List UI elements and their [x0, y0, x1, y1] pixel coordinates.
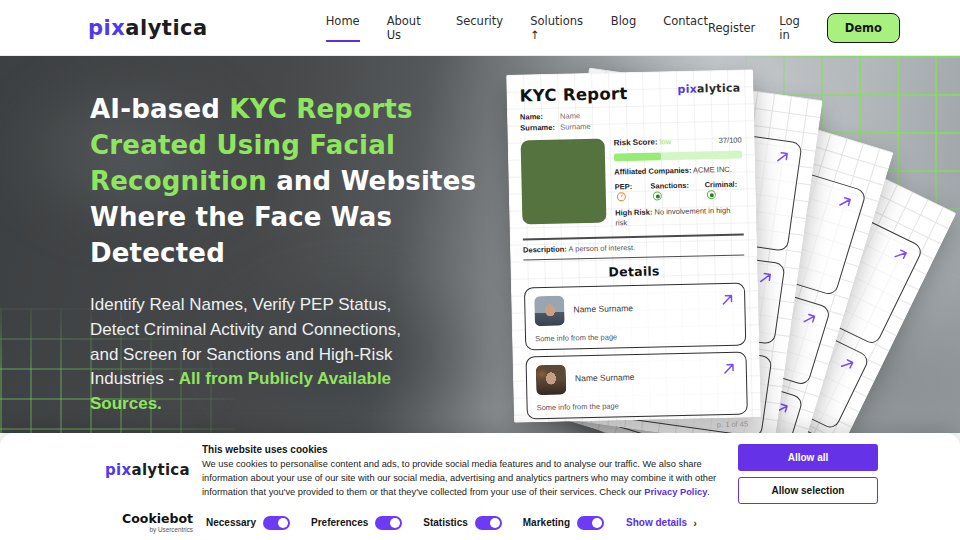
risk-score-bar	[614, 150, 742, 161]
nav-item-security[interactable]: Security	[456, 14, 503, 42]
chevron-right-icon: ›	[693, 517, 697, 529]
allow-selection-button[interactable]: Allow selection	[738, 477, 878, 504]
allow-all-button[interactable]: Allow all	[738, 444, 878, 471]
hero-section: AI-based KYC Reports Created Using Facia…	[0, 56, 960, 433]
pep-status-icon	[617, 192, 626, 201]
privacy-policy-link[interactable]: Privacy Policy	[644, 487, 707, 497]
main-nav: Home About Us Security Solutions ↑ Blog …	[326, 14, 708, 42]
detail-info: Some info from the page	[537, 402, 619, 413]
external-link-icon[interactable]	[720, 292, 735, 307]
nav-item-home[interactable]: Home	[326, 14, 360, 42]
cookie-body: We use cookies to personalise content an…	[202, 458, 724, 500]
nav-item-blog[interactable]: Blog	[611, 14, 636, 42]
risk-bar-fill	[614, 152, 662, 161]
high-risk-label: High Risk:	[615, 207, 652, 217]
cookie-consent-banner: pixalytica This website uses cookies We …	[0, 433, 960, 540]
toggle-switch[interactable]	[475, 516, 502, 530]
hero-subtitle: Identify Real Names, Verify PEP Status, …	[90, 293, 430, 416]
toggle-switch[interactable]	[263, 516, 290, 530]
toggle-necessary[interactable]: Necessary	[206, 516, 290, 530]
external-link-icon	[838, 354, 858, 374]
brand-logo[interactable]: pixalytica	[88, 16, 208, 40]
nav-item-about-us[interactable]: About Us	[387, 14, 429, 42]
name-value: Name	[560, 111, 580, 120]
login-link[interactable]: Log in	[779, 14, 802, 42]
register-link[interactable]: Register	[708, 21, 755, 35]
cookie-toggles: Necessary Preferences Statistics Marketi…	[206, 516, 604, 530]
surname-value: Surname	[560, 122, 591, 132]
affiliated-label: Affiliated Companies:	[614, 165, 691, 176]
description-value: A person of interest.	[568, 243, 635, 254]
cookiebot-logo: Cookiebot by Usercentrics	[105, 513, 193, 533]
external-link-icon	[800, 309, 819, 328]
nav-item-solutions[interactable]: Solutions ↑	[530, 14, 584, 42]
criminal-status-icon	[707, 190, 716, 199]
external-link-icon[interactable]	[722, 361, 737, 376]
cookie-title: This website uses cookies	[202, 444, 724, 455]
external-link-icon	[836, 193, 855, 212]
divider	[523, 254, 744, 261]
detail-card-1[interactable]: Name Surname Some info from the page	[524, 283, 746, 351]
risk-score-level: low	[660, 137, 671, 146]
description-label: Description:	[523, 244, 567, 254]
detail-photo	[534, 296, 565, 327]
brand-logo: pixalytica	[677, 82, 740, 96]
toggle-preferences[interactable]: Preferences	[311, 516, 402, 530]
external-link-icon	[757, 269, 774, 286]
surname-label: Surname:	[520, 123, 560, 135]
sanctions-status-icon	[653, 191, 662, 200]
detail-card-2[interactable]: Name Surname Some info from the page	[525, 352, 747, 420]
site-header: pixalytica Home About Us Security Soluti…	[0, 0, 960, 56]
subject-photo	[521, 138, 607, 224]
hero-copy: AI-based KYC Reports Created Using Facia…	[90, 92, 492, 417]
brand-logo-rest: alytica	[125, 16, 207, 40]
brand-logo: pixalytica	[105, 461, 193, 479]
criminal-label: Criminal:	[705, 179, 738, 189]
external-link-icon	[891, 245, 911, 265]
identity-fields: Name:Name Surname:Surname	[520, 108, 741, 135]
detail-name: Name Surname	[573, 303, 633, 314]
detail-name: Name Surname	[575, 372, 635, 383]
pep-label: PEP:	[615, 182, 633, 191]
toggle-switch[interactable]	[577, 516, 604, 530]
external-link-icon	[774, 148, 791, 165]
detail-info: Some info from the page	[535, 333, 617, 344]
risk-score-value: 37/100	[719, 135, 742, 146]
toggle-marketing[interactable]: Marketing	[523, 516, 604, 530]
show-details-link[interactable]: Show details ›	[626, 517, 697, 529]
risk-score-label: Risk Score:	[614, 137, 658, 147]
kyc-report-card: KYC Report pixalytica Name:Name Surname:…	[506, 69, 761, 423]
nav-item-contact[interactable]: Contact	[663, 14, 708, 42]
report-title: KYC Report	[519, 84, 627, 105]
divider	[523, 234, 744, 241]
hero-title-white-1: AI-based	[90, 94, 229, 124]
brand-logo-pix: pix	[88, 16, 125, 40]
sanctions-label: Sanctions:	[650, 180, 689, 190]
detail-photo	[536, 365, 567, 396]
header-actions: Register Log in Demo	[708, 13, 900, 43]
toggle-statistics[interactable]: Statistics	[423, 516, 501, 530]
affiliated-value: ACME INC.	[693, 164, 732, 174]
toggle-switch[interactable]	[375, 516, 402, 530]
details-title: Details	[523, 262, 744, 282]
demo-button[interactable]: Demo	[827, 13, 900, 43]
hero-title: AI-based KYC Reports Created Using Facia…	[90, 92, 492, 271]
